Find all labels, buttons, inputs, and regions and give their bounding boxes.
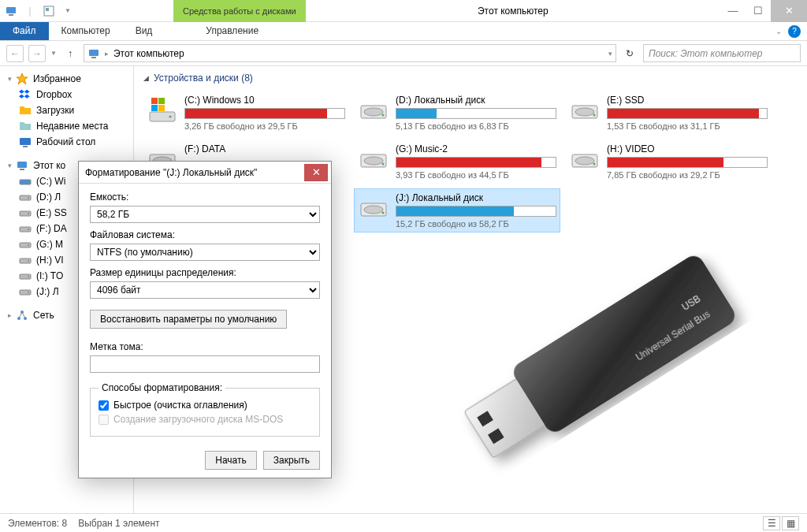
view-tiles-button[interactable]: ▦ bbox=[782, 516, 799, 530]
drive-icon bbox=[19, 270, 32, 282]
sidebar-favorites[interactable]: ▾ Избранное bbox=[0, 71, 133, 87]
close-dialog-button[interactable]: Закрыть bbox=[263, 451, 320, 470]
refresh-button[interactable]: ↻ bbox=[621, 45, 638, 62]
drive-name: (J:) Локальный диск bbox=[396, 192, 556, 203]
sidebar-item-recent[interactable]: Недавние места bbox=[0, 118, 133, 134]
svg-rect-56 bbox=[488, 428, 504, 444]
tab-file[interactable]: Файл bbox=[0, 22, 49, 40]
drive-item[interactable]: (H:) VIDEO 7,85 ГБ свободно из 29,2 ГБ bbox=[566, 140, 771, 183]
folder-icon bbox=[19, 104, 32, 117]
drive-status: 1,53 ГБ свободно из 31,1 ГБ bbox=[607, 121, 768, 131]
msdos-label: Создание загрузочного диска MS-DOS bbox=[113, 414, 283, 425]
drive-item[interactable]: (D:) Локальный диск 5,13 ГБ свободно из … bbox=[355, 91, 560, 134]
sidebar-item-downloads[interactable]: Загрузки bbox=[0, 102, 133, 118]
computer-icon bbox=[87, 47, 100, 60]
ribbon-context-tab[interactable]: Средства работы с дисками bbox=[173, 0, 306, 22]
svg-rect-34 bbox=[151, 105, 158, 111]
drive-icon bbox=[19, 238, 32, 251]
collapse-icon: ◢ bbox=[143, 74, 149, 82]
sidebar-item-desktop[interactable]: Рабочий стол bbox=[0, 134, 133, 150]
properties-icon[interactable] bbox=[43, 5, 55, 17]
dropbox-icon bbox=[19, 88, 32, 101]
status-selection: Выбран 1 элемент bbox=[78, 518, 159, 529]
svg-rect-5 bbox=[91, 57, 96, 58]
maximize-button[interactable]: ☐ bbox=[746, 0, 771, 22]
capacity-select[interactable]: 58,2 ГБ bbox=[90, 206, 320, 223]
dialog-close-button[interactable]: ✕ bbox=[304, 164, 328, 181]
drive-item[interactable]: (C:) Windows 10 3,26 ГБ свободно из 29,5… bbox=[143, 91, 348, 134]
restore-defaults-button[interactable]: Восстановить параметры по умолчанию bbox=[90, 310, 287, 329]
svg-rect-0 bbox=[6, 7, 16, 13]
breadcrumb[interactable]: Этот компьютер bbox=[113, 48, 184, 59]
drive-status: 7,85 ГБ свободно из 29,2 ГБ bbox=[607, 170, 768, 180]
app-icon bbox=[5, 5, 17, 17]
nav-up-button[interactable]: ↑ bbox=[61, 45, 79, 62]
drive-item[interactable]: (E:) SSD 1,53 ГБ свободно из 31,1 ГБ bbox=[566, 91, 771, 134]
sidebar-label: Загрузки bbox=[36, 105, 74, 116]
drive-icon bbox=[19, 254, 32, 266]
drive-status: 15,2 ГБ свободно из 58,2 ГБ bbox=[396, 219, 556, 229]
sidebar-item-dropbox[interactable]: Dropbox bbox=[0, 87, 133, 102]
drive-status: 3,26 ГБ свободно из 29,5 ГБ bbox=[184, 121, 345, 131]
svg-point-18 bbox=[28, 229, 29, 230]
network-icon bbox=[16, 309, 28, 322]
navigation-bar: ← → ▼ ↑ ▸ Этот компьютер ▾ ↻ Поиск: Этот… bbox=[0, 41, 807, 66]
capacity-bar bbox=[607, 108, 768, 119]
drive-status: 5,13 ГБ свободно из 6,83 ГБ bbox=[396, 121, 556, 131]
svg-point-14 bbox=[28, 197, 29, 199]
drive-icon bbox=[569, 143, 601, 175]
allocation-select[interactable]: 4096 байт bbox=[90, 281, 320, 299]
volume-label-input[interactable] bbox=[90, 355, 320, 373]
svg-rect-55 bbox=[477, 411, 493, 426]
quick-format-checkbox[interactable] bbox=[99, 400, 109, 411]
tab-view[interactable]: Вид bbox=[123, 22, 165, 40]
section-label: Устройства и диски (8) bbox=[154, 73, 253, 84]
svg-point-38 bbox=[382, 114, 385, 117]
quick-format-row[interactable]: Быстрое (очистка оглавления) bbox=[99, 400, 311, 411]
capacity-label: Емкость: bbox=[90, 192, 320, 203]
drive-item[interactable]: (G:) Music-2 3,93 ГБ свободно из 44,5 ГБ bbox=[355, 140, 560, 183]
qat-dropdown-icon[interactable]: ▼ bbox=[61, 5, 74, 17]
filesystem-select[interactable]: NTFS (по умолчанию) bbox=[90, 244, 320, 261]
nav-forward-button[interactable]: → bbox=[28, 45, 46, 62]
capacity-bar bbox=[607, 157, 768, 168]
view-details-button[interactable]: ☰ bbox=[763, 516, 780, 530]
capacity-bar bbox=[184, 108, 345, 119]
svg-point-46 bbox=[364, 157, 383, 165]
address-bar[interactable]: ▸ Этот компьютер ▾ bbox=[84, 44, 616, 62]
ribbon-collapse-icon[interactable]: ⌄ bbox=[775, 27, 782, 35]
sidebar-label: (J:) Л bbox=[36, 286, 59, 297]
drive-item[interactable]: (J:) Локальный диск 15,2 ГБ свободно из … bbox=[355, 189, 560, 232]
nav-back-button[interactable]: ← bbox=[6, 45, 24, 62]
allocation-label: Размер единицы распределения: bbox=[90, 267, 320, 278]
help-icon[interactable]: ? bbox=[788, 25, 801, 38]
format-options-group: Способы форматирования: Быстрое (очистка… bbox=[90, 382, 320, 437]
svg-point-50 bbox=[593, 163, 596, 166]
window-controls: — ☐ ✕ bbox=[720, 0, 807, 22]
computer-icon bbox=[16, 159, 28, 172]
sidebar-label: (I:) TO bbox=[36, 270, 63, 281]
drive-name: (E:) SSD bbox=[607, 95, 768, 106]
dialog-titlebar[interactable]: Форматирование "(J:) Локальный диск" ✕ bbox=[79, 162, 331, 184]
svg-point-31 bbox=[169, 116, 172, 118]
close-button[interactable]: ✕ bbox=[771, 0, 807, 22]
drive-icon bbox=[569, 95, 601, 126]
sidebar-label: (F:) DA bbox=[36, 223, 67, 234]
tab-computer[interactable]: Компьютер bbox=[49, 22, 123, 40]
format-options-legend: Способы форматирования: bbox=[99, 382, 225, 393]
quick-format-label: Быстрое (очистка оглавления) bbox=[113, 400, 247, 411]
address-dropdown-icon[interactable]: ▾ bbox=[608, 50, 612, 58]
nav-recent-dropdown[interactable]: ▼ bbox=[50, 50, 57, 57]
recent-icon bbox=[19, 120, 32, 132]
usb-stick-image: USB Universal Serial Bus bbox=[405, 253, 783, 482]
sidebar-label: Сеть bbox=[33, 310, 54, 321]
tab-manage[interactable]: Управление bbox=[193, 22, 271, 40]
ribbon-tabs: Файл Компьютер Вид Управление ⌄ ? bbox=[0, 22, 807, 41]
svg-point-12 bbox=[28, 181, 29, 183]
minimize-button[interactable]: — bbox=[720, 0, 746, 22]
start-button[interactable]: Начать bbox=[205, 451, 257, 470]
search-input[interactable]: Поиск: Этот компьютер bbox=[643, 44, 801, 62]
section-header[interactable]: ◢ Устройства и диски (8) bbox=[143, 73, 798, 84]
capacity-bar bbox=[396, 157, 556, 168]
svg-rect-7 bbox=[20, 138, 31, 145]
